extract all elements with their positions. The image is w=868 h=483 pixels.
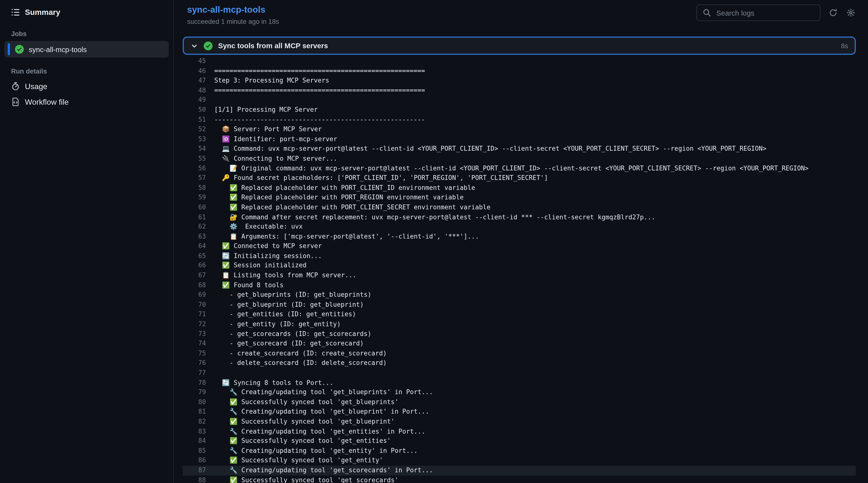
log-line-number[interactable]: 57 [183, 173, 206, 183]
log-line-number[interactable]: 61 [183, 212, 206, 222]
refresh-icon[interactable] [828, 8, 838, 18]
log-line[interactable]: 85 🔧 Creating/updating tool 'get_entity'… [183, 446, 856, 456]
log-line-number[interactable]: 84 [183, 436, 206, 446]
log-line-number[interactable]: 67 [183, 271, 206, 280]
log-line-number[interactable]: 62 [183, 222, 206, 232]
log-line[interactable]: 63 📋 Arguments: ['mcp-server-port@latest… [183, 232, 856, 241]
log-line-number[interactable]: 58 [183, 183, 206, 193]
log-line[interactable]: 60 ✅ Replaced placeholder with PORT_CLIE… [183, 203, 856, 212]
log-line[interactable]: 54 💻 Command: uvx mcp-server-port@latest… [183, 144, 856, 154]
log-line-number[interactable]: 76 [183, 358, 206, 368]
log-line-number[interactable]: 86 [183, 456, 206, 465]
log-line[interactable]: 52 📦 Server: Port MCP Server [183, 125, 856, 134]
log-line[interactable]: 69 - get_blueprints (ID: get_blueprints) [183, 290, 856, 300]
log-line-text: - get_entities (ID: get_entities) [214, 310, 356, 320]
log-line-number[interactable]: 82 [183, 417, 206, 426]
log-line[interactable]: 55 🔌 Connecting to MCP server... [183, 154, 856, 163]
log-line[interactable]: 47Step 3: Processing MCP Servers [183, 76, 856, 86]
log-line[interactable]: 68 ✅ Found 8 tools [183, 280, 856, 290]
chevron-down-icon[interactable] [190, 42, 198, 50]
log-line[interactable]: 72 - get_entity (ID: get_entity) [183, 320, 856, 329]
log-line-number[interactable]: 52 [183, 125, 206, 134]
log-line-number[interactable]: 70 [183, 300, 206, 310]
log-line[interactable]: 57 🔑 Found secret placeholders: ['PORT_C… [183, 173, 856, 183]
log-line[interactable]: 58 ✅ Replaced placeholder with PORT_CLIE… [183, 183, 856, 193]
log-line[interactable]: 74 - get_scorecard (ID: get_scorecard) [183, 339, 856, 349]
log-line-number[interactable]: 87 [183, 465, 206, 475]
log-line-number[interactable]: 79 [183, 388, 206, 397]
log-line-number[interactable]: 75 [183, 349, 206, 358]
log-line-number[interactable]: 46 [183, 66, 206, 76]
log-line[interactable]: 62 ⚙️ Executable: uvx [183, 222, 856, 232]
log-line[interactable]: 84 ✅ Successfully synced tool 'get_entit… [183, 436, 856, 446]
log-line-number[interactable]: 73 [183, 329, 206, 339]
log-line[interactable]: 88 ✅ Successfully synced tool 'get_score… [183, 475, 856, 483]
sidebar-item-summary[interactable]: Summary [4, 4, 169, 20]
log-line-number[interactable]: 77 [183, 368, 206, 378]
log-line-number[interactable]: 88 [183, 475, 206, 483]
log-line-number[interactable]: 78 [183, 378, 206, 388]
log-line-number[interactable]: 66 [183, 261, 206, 271]
log-line[interactable]: 46======================================… [183, 66, 856, 76]
sidebar-item-usage[interactable]: Usage [4, 79, 169, 94]
log-line[interactable]: 65 🔄 Initializing session... [183, 251, 856, 261]
log-line-number[interactable]: 59 [183, 193, 206, 203]
gear-icon[interactable] [846, 8, 856, 18]
log-line[interactable]: 61 🔐 Command after secret replacement: u… [183, 212, 856, 222]
search-logs-box[interactable] [696, 4, 820, 21]
log-line-number[interactable]: 54 [183, 144, 206, 154]
log-line[interactable]: 82 ✅ Successfully synced tool 'get_bluep… [183, 417, 856, 426]
log-line-number[interactable]: 81 [183, 407, 206, 417]
log-line[interactable]: 81 🔧 Creating/updating tool 'get_bluepri… [183, 407, 856, 417]
log-line-number[interactable]: 51 [183, 115, 206, 125]
log-line-number[interactable]: 63 [183, 232, 206, 241]
log-line-number[interactable]: 85 [183, 446, 206, 456]
log-line-number[interactable]: 72 [183, 320, 206, 329]
log-line[interactable]: 67 📋 Listing tools from MCP server... [183, 271, 856, 280]
log-line[interactable]: 70 - get_blueprint (ID: get_blueprint) [183, 300, 856, 310]
log-line[interactable]: 49 [183, 95, 856, 105]
log-line[interactable]: 87 🔧 Creating/updating tool 'get_scoreca… [183, 465, 856, 475]
log-line-number[interactable]: 47 [183, 76, 206, 86]
log-line[interactable]: 59 ✅ Replaced placeholder with PORT_REGI… [183, 193, 856, 203]
log-line-number[interactable]: 53 [183, 134, 206, 144]
log-line[interactable]: 64 ✅ Connected to MCP server [183, 241, 856, 251]
log-line-number[interactable]: 64 [183, 241, 206, 251]
log-line[interactable]: 51--------------------------------------… [183, 115, 856, 125]
log-line[interactable]: 48======================================… [183, 86, 856, 95]
log-line-number[interactable]: 56 [183, 163, 206, 173]
log-line[interactable]: 79 🔧 Creating/updating tool 'get_bluepri… [183, 388, 856, 397]
log-line[interactable]: 78 🔄 Syncing 8 tools to Port... [183, 378, 856, 388]
log-line[interactable]: 77 [183, 368, 856, 378]
step-header-sync-tools[interactable]: Sync tools from all MCP servers 8s [183, 36, 856, 55]
log-line[interactable]: 53 🆔 Identifier: port-mcp-server [183, 134, 856, 144]
log-line[interactable]: 50[1/1] Processing MCP Server [183, 105, 856, 115]
log-line[interactable]: 45 [183, 57, 856, 66]
log-line-number[interactable]: 83 [183, 426, 206, 436]
run-title-link[interactable]: sync-all-mcp-tools [187, 5, 279, 15]
log-line[interactable]: 56 📝 Original command: uvx mcp-server-po… [183, 163, 856, 173]
log-line-number[interactable]: 60 [183, 203, 206, 212]
sidebar-item-job-sync-all-mcp-tools[interactable]: sync-all-mcp-tools [4, 41, 169, 57]
log-line[interactable]: 80 ✅ Successfully synced tool 'get_bluep… [183, 397, 856, 407]
log-line-number[interactable]: 71 [183, 310, 206, 320]
log-line-number[interactable]: 69 [183, 290, 206, 300]
log-line[interactable]: 73 - get_scorecards (ID: get_scorecards) [183, 329, 856, 339]
log-line-number[interactable]: 48 [183, 86, 206, 95]
log-line[interactable]: 71 - get_entities (ID: get_entities) [183, 310, 856, 320]
sidebar-item-workflow-file[interactable]: Workflow file [4, 94, 169, 110]
log-line-number[interactable]: 65 [183, 251, 206, 261]
search-logs-input[interactable] [715, 8, 814, 18]
log-line-number[interactable]: 50 [183, 105, 206, 115]
log-line-number[interactable]: 49 [183, 95, 206, 105]
log-line[interactable]: 76 - delete_scorecard (ID: delete_scorec… [183, 358, 856, 368]
log-line[interactable]: 66 ✅ Session initialized [183, 261, 856, 271]
log-line[interactable]: 75 - create_scorecard (ID: create_scorec… [183, 349, 856, 358]
log-line-number[interactable]: 74 [183, 339, 206, 349]
log-line-number[interactable]: 55 [183, 154, 206, 163]
log-line[interactable]: 86 ✅ Successfully synced tool 'get_entit… [183, 456, 856, 465]
log-line[interactable]: 83 🔧 Creating/updating tool 'get_entitie… [183, 426, 856, 436]
log-line-number[interactable]: 68 [183, 280, 206, 290]
log-line-number[interactable]: 80 [183, 397, 206, 407]
log-line-number[interactable]: 45 [183, 57, 206, 66]
